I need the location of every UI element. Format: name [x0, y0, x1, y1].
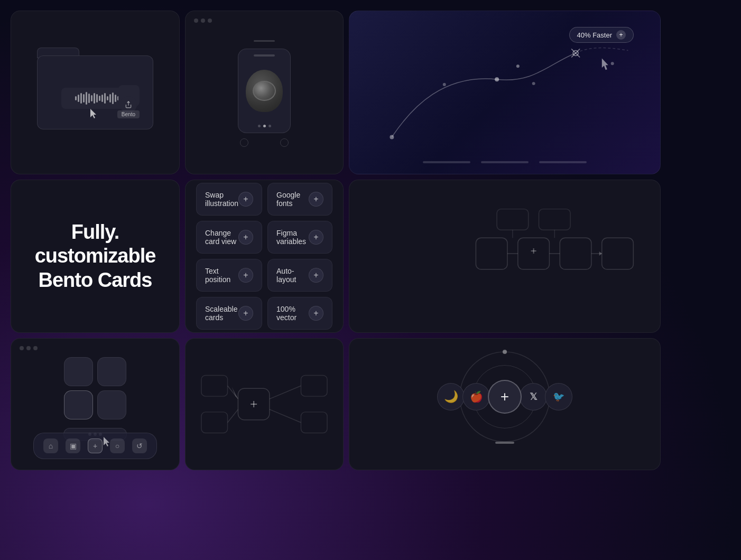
dock-icon-refresh[interactable]: ↺ [132, 438, 147, 453]
feature-plus-vector[interactable]: + [309, 306, 323, 321]
phone-dot-3 [268, 125, 271, 127]
title-line3: Bento Cards [35, 268, 156, 293]
slider-track-2 [481, 161, 529, 163]
feature-label-text-pos: Text position [205, 267, 238, 284]
social-icon-bird[interactable]: 🐦 [545, 383, 572, 410]
slider-track-1 [423, 161, 470, 163]
feature-label-change-card: Change card view [205, 229, 238, 246]
card-bot-right: 🌙 🍎 + 𝕏 🐦 [349, 338, 661, 470]
phone-handle [254, 40, 275, 42]
folder-illustration: Bento [32, 45, 159, 140]
svg-point-3 [495, 77, 499, 81]
side-circle-left [240, 138, 248, 147]
svg-rect-28 [201, 375, 228, 396]
feature-item-text-pos[interactable]: Text position + [196, 259, 262, 292]
card-mid-center: Swap illustration + Google fonts + Chang… [185, 180, 344, 333]
svg-rect-11 [476, 238, 507, 269]
bot-left-inner: ⌂ ▣ + ○ ↺ [11, 339, 179, 470]
minus-bar [495, 442, 514, 444]
feature-item-auto-layout[interactable]: Auto-layout + [267, 259, 332, 292]
browser-dot-bot-3 [33, 346, 38, 350]
dock-icon-plus[interactable]: + [88, 438, 103, 453]
svg-marker-20 [599, 251, 602, 256]
svg-line-35 [270, 409, 301, 423]
social-icon-plus[interactable]: + [488, 380, 522, 414]
svg-point-38 [503, 350, 507, 354]
svg-rect-16 [539, 209, 571, 230]
social-icon-apple[interactable]: 🍎 [462, 383, 490, 410]
astronaut-visor [253, 81, 276, 101]
svg-rect-31 [301, 412, 327, 433]
title-text: Fully. customizable Bento Cards [35, 220, 156, 293]
feature-plus-scaleable[interactable]: + [238, 306, 253, 321]
card-mid-left: Fully. customizable Bento Cards [11, 180, 180, 333]
flowchart-svg-2 [186, 339, 343, 470]
phone-frame [238, 49, 291, 133]
card-top-right: 40% Faster + [349, 11, 661, 174]
phone-notch [254, 54, 275, 57]
svg-point-2 [443, 83, 446, 86]
slider-track-3 [539, 161, 587, 163]
svg-line-34 [270, 386, 301, 399]
social-icon-x[interactable]: 𝕏 [520, 383, 547, 410]
svg-line-33 [228, 409, 238, 423]
svg-point-10 [611, 62, 614, 65]
feature-label-figma-vars: Figma variables [276, 229, 309, 246]
feature-item-swap[interactable]: Swap illustration + [196, 183, 262, 216]
feature-plus-change-card[interactable]: + [238, 230, 253, 245]
card-bot-left: ⌂ ▣ + ○ ↺ [11, 338, 180, 470]
svg-marker-36 [231, 387, 238, 399]
feature-item-vector[interactable]: 100% vector + [267, 297, 332, 330]
browser-dot-bot-2 [26, 346, 31, 350]
side-circle-right [280, 138, 289, 147]
social-cluster-wrapper: 🌙 🍎 + 𝕏 🐦 [473, 365, 536, 444]
features-grid: Swap illustration + Google fonts + Chang… [196, 183, 332, 330]
card-bot-mid [185, 338, 344, 470]
feature-label-vector: 100% vector [276, 305, 309, 322]
audio-wave [75, 92, 122, 105]
social-icon-moon[interactable]: 🌙 [437, 383, 465, 410]
feature-item-change-card[interactable]: Change card view + [196, 221, 262, 254]
app-icon-4 [97, 390, 126, 419]
svg-point-9 [516, 64, 520, 68]
svg-rect-13 [560, 238, 591, 269]
browser-dot-2 [201, 18, 205, 23]
title-line1: Fully. [35, 220, 156, 245]
flowchart-svg-1 [349, 180, 660, 332]
phone-dot-2 [263, 125, 266, 127]
dock-icon-square[interactable]: ▣ [66, 438, 80, 453]
svg-point-1 [390, 135, 394, 139]
browser-dot-1 [194, 18, 198, 23]
feature-plus-text-pos[interactable]: + [238, 268, 253, 283]
svg-marker-8 [602, 58, 608, 70]
svg-rect-14 [602, 238, 634, 269]
svg-rect-30 [301, 375, 327, 396]
svg-rect-29 [201, 412, 228, 433]
svg-rect-15 [497, 209, 529, 230]
feature-plus-auto-layout[interactable]: + [309, 268, 323, 283]
dock-icon-home[interactable]: ⌂ [43, 438, 58, 453]
feature-label-swap: Swap illustration [205, 191, 238, 208]
browser-dot-3 [208, 18, 212, 23]
phone-dot-1 [258, 125, 261, 127]
feature-plus-google-fonts[interactable]: + [309, 192, 323, 207]
feature-item-google-fonts[interactable]: Google fonts + [267, 183, 332, 216]
folder-bg: Bento [37, 55, 153, 129]
title-line2: customizable [35, 244, 156, 268]
feature-item-scaleable[interactable]: Scaleable cards + [196, 297, 262, 330]
bezier-svg [349, 11, 660, 174]
dot-accent: . [114, 221, 119, 243]
dock-icon-circle[interactable]: ○ [110, 438, 125, 453]
svg-point-4 [532, 82, 535, 85]
cursor-icon [90, 109, 99, 119]
feature-plus-figma-vars[interactable]: + [309, 230, 323, 245]
feature-item-figma-vars[interactable]: Figma variables + [267, 221, 332, 254]
feature-plus-swap[interactable]: + [238, 192, 253, 207]
browser-dot-bot-1 [20, 346, 24, 350]
dock-cursor [104, 437, 112, 447]
browser-dots-bot [20, 346, 38, 350]
card-top-left: Bento [11, 11, 180, 174]
browser-dots [194, 18, 212, 23]
dock-bar: ⌂ ▣ + ○ ↺ [33, 433, 157, 459]
social-icons-row: 🌙 🍎 + 𝕏 🐦 [438, 380, 571, 414]
